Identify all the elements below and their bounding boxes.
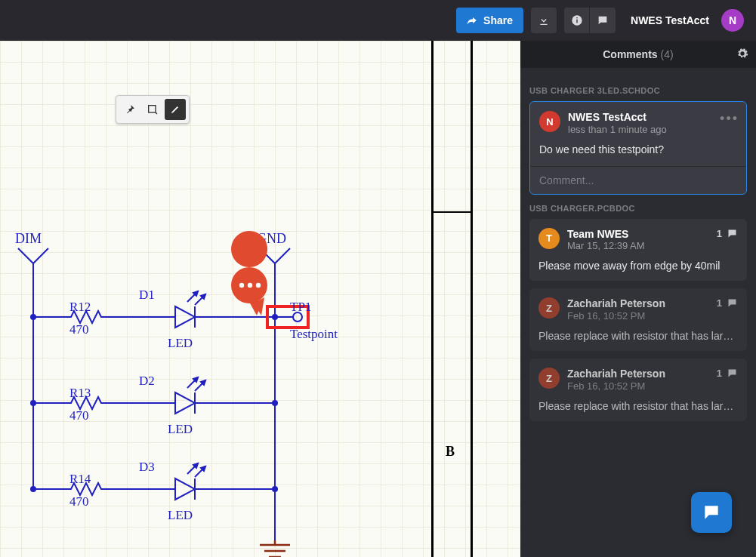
comment-text: Do we need this testpoint? — [539, 143, 737, 157]
diode-ref: D2 — [139, 374, 155, 388]
net-dim-label: DIM — [15, 231, 42, 246]
svg-rect-2 — [576, 17, 577, 18]
svg-marker-11 — [175, 306, 195, 328]
diode-type: LED — [168, 336, 193, 350]
testpoint-ref: TP1 — [290, 300, 311, 314]
schematic-svg: DIM GND R12 470 D1 — [0, 41, 520, 557]
comment-marker[interactable] — [231, 231, 267, 315]
net-dim: DIM — [15, 231, 48, 317]
svg-point-46 — [256, 283, 261, 288]
chat-fab[interactable] — [691, 492, 732, 533]
testpoint-name: Testpoint — [290, 327, 338, 341]
share-icon — [467, 15, 477, 26]
comment-text: Please replace with resistor that has la… — [538, 399, 738, 414]
panel-header: Comments (4) — [520, 41, 756, 68]
reply-badge: 1 — [717, 228, 738, 239]
svg-marker-33 — [175, 479, 195, 500]
section-label: USB CHARGER.PCBDOC — [529, 204, 747, 213]
share-label: Share — [483, 14, 513, 26]
svg-point-44 — [239, 283, 244, 288]
reply-icon — [727, 368, 738, 379]
reply-icon — [727, 297, 738, 309]
comment-author: NWES TestAcct — [568, 111, 667, 124]
gear-icon — [736, 48, 748, 60]
comment-card[interactable]: N NWES TestAcct less than 1 minute ago •… — [529, 101, 747, 195]
svg-rect-1 — [576, 20, 577, 23]
info-button[interactable] — [564, 8, 590, 33]
panel-body[interactable]: USB CHARGER 3LED.SCHDOC N NWES TestAcct … — [520, 68, 756, 557]
led-symbol — [175, 463, 205, 500]
account-avatar[interactable]: N — [721, 9, 744, 32]
comment-author: Zachariah Peterson — [567, 368, 665, 380]
comment-time: less than 1 minute ago — [568, 124, 667, 135]
account-name: NWES TestAcct — [631, 14, 709, 26]
chat-icon — [597, 14, 609, 26]
reply-badge: 1 — [717, 368, 738, 379]
reply-badge: 1 — [717, 297, 738, 309]
diode-ref: D1 — [139, 288, 155, 302]
schematic-canvas[interactable]: B DIM GND — [0, 41, 520, 557]
comment-time: Feb 16, 10:52 PM — [567, 380, 665, 392]
info-group — [564, 8, 616, 33]
comment-author: Zachariah Peterson — [567, 297, 665, 310]
comment-card[interactable]: Z Zachariah Peterson Feb 16, 10:52 PM 1 … — [529, 288, 747, 351]
download-button[interactable] — [531, 8, 557, 33]
share-button[interactable]: Share — [456, 8, 523, 33]
svg-point-45 — [248, 283, 252, 288]
main: B DIM GND — [0, 41, 756, 557]
diode-type: LED — [168, 508, 193, 522]
schem-row: R13 470 D2 LED — [30, 374, 278, 436]
info-icon — [571, 14, 583, 26]
svg-marker-22 — [175, 392, 195, 414]
resistor-val: 470 — [69, 494, 89, 509]
comments-panel: Comments (4) USB CHARGER 3LED.SCHDOC N N… — [520, 41, 756, 557]
comment-avatar: Z — [538, 297, 560, 319]
comment-card[interactable]: T Team NWES Mar 15, 12:39 AM 1 Please mo… — [529, 219, 747, 282]
resistor-ref: R13 — [69, 386, 91, 400]
comment-avatar: Z — [538, 368, 560, 389]
chat-button[interactable] — [590, 8, 616, 33]
resistor-ref: R12 — [69, 300, 91, 314]
schem-row: R14 470 D3 LED — [30, 460, 278, 522]
comment-text: Please move away from edge by 40mil — [538, 259, 738, 273]
diode-type: LED — [168, 422, 193, 436]
panel-settings-button[interactable] — [736, 48, 748, 62]
reply-input[interactable]: Comment... — [530, 166, 746, 194]
svg-point-29 — [272, 400, 278, 406]
comment-avatar: N — [539, 111, 560, 132]
gnd-symbol: GND — [255, 540, 290, 557]
testpoint: TP1 Testpoint — [267, 300, 338, 341]
comment-time: Mar 15, 12:39 AM — [567, 240, 645, 251]
card-menu-button[interactable]: ••• — [720, 111, 739, 127]
comment-time: Feb 16, 10:52 PM — [567, 310, 665, 322]
comment-author: Team NWES — [567, 228, 645, 241]
chat-fab-icon — [702, 503, 721, 522]
led-symbol — [175, 291, 205, 328]
topbar: Share NWES TestAcct N — [0, 0, 756, 41]
comments-count: (4) — [661, 48, 674, 60]
resistor-val: 470 — [69, 322, 89, 337]
comment-card[interactable]: Z Zachariah Peterson Feb 16, 10:52 PM 1 … — [529, 359, 747, 421]
comment-avatar: T — [538, 228, 560, 249]
led-symbol — [175, 377, 205, 414]
reply-icon — [727, 228, 738, 239]
panel-title: Comments — [603, 48, 657, 60]
resistor-val: 470 — [69, 408, 89, 423]
section-label: USB CHARGER 3LED.SCHDOC — [529, 86, 747, 95]
diode-ref: D3 — [139, 460, 155, 474]
svg-point-40 — [272, 486, 278, 492]
download-icon — [538, 14, 550, 26]
comment-text: Please replace with resistor that has la… — [538, 329, 738, 343]
